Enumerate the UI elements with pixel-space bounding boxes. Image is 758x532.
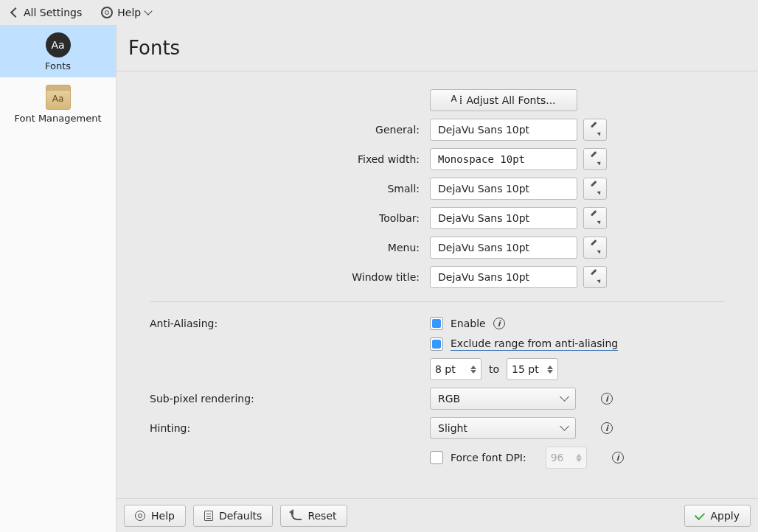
force-font-dpi-label: Force font DPI: bbox=[451, 452, 526, 463]
toolbar-font-field[interactable]: DejaVu Sans 10pt bbox=[430, 207, 577, 229]
exclude-range-label: Exclude range from anti-aliasing bbox=[451, 337, 618, 351]
pencil-icon bbox=[590, 154, 600, 164]
fonts-icon: Aa bbox=[46, 32, 71, 57]
window-title-font-edit-button[interactable] bbox=[583, 266, 607, 288]
all-settings-back-button[interactable]: All Settings bbox=[7, 4, 86, 21]
apply-label: Apply bbox=[710, 510, 740, 522]
hinting-combobox[interactable]: Slight bbox=[430, 417, 576, 439]
exclude-range-from-value: 8 pt bbox=[435, 363, 456, 375]
toolbar-label: Toolbar: bbox=[150, 212, 424, 224]
font-package-icon: Aa bbox=[46, 85, 71, 110]
exclude-range-from-spinbox[interactable]: 8 pt bbox=[430, 358, 481, 380]
exclude-range-checkbox[interactable] bbox=[430, 337, 443, 351]
reset-button[interactable]: Reset bbox=[280, 505, 347, 527]
range-to-label: to bbox=[489, 363, 499, 375]
small-font-field[interactable]: DejaVu Sans 10pt bbox=[430, 178, 577, 200]
info-icon[interactable]: i bbox=[601, 393, 613, 405]
chevron-down-icon bbox=[561, 393, 568, 405]
footer: Help Defaults Reset Apply bbox=[117, 498, 758, 532]
document-icon bbox=[204, 511, 213, 521]
force-font-dpi-checkbox[interactable] bbox=[430, 451, 443, 464]
spinbox-controls bbox=[576, 454, 582, 462]
apply-button[interactable]: Apply bbox=[684, 505, 751, 527]
fixed-width-label: Fixed width: bbox=[150, 153, 424, 165]
adjust-fonts-icon bbox=[451, 95, 462, 105]
page-title: Fonts bbox=[117, 25, 758, 71]
general-font-field[interactable]: DejaVu Sans 10pt bbox=[430, 119, 577, 141]
sidebar-item-font-management[interactable]: Aa Font Management bbox=[0, 77, 116, 130]
pencil-icon bbox=[590, 125, 600, 135]
window-title-label: Window title: bbox=[150, 271, 424, 283]
undo-icon bbox=[291, 511, 302, 520]
exclude-range-to-value: 15 pt bbox=[512, 363, 539, 375]
topbar: All Settings Help bbox=[0, 0, 758, 25]
subpixel-rendering-combobox[interactable]: RGB bbox=[430, 388, 576, 410]
pencil-icon bbox=[590, 272, 600, 282]
info-icon[interactable]: i bbox=[601, 422, 613, 434]
pencil-icon bbox=[590, 183, 600, 194]
defaults-label: Defaults bbox=[219, 510, 262, 522]
small-label: Small: bbox=[150, 183, 424, 195]
lifebuoy-icon bbox=[101, 7, 113, 18]
main: Fonts Adjust All Fonts... General: DejaV… bbox=[117, 25, 758, 532]
force-font-dpi-value: 96 bbox=[551, 452, 564, 463]
adjust-all-fonts-button[interactable]: Adjust All Fonts... bbox=[430, 89, 577, 111]
menu-font-field[interactable]: DejaVu Sans 10pt bbox=[430, 237, 577, 259]
menu-label: Menu: bbox=[150, 242, 424, 253]
menu-font-edit-button[interactable] bbox=[583, 237, 607, 259]
all-settings-label: All Settings bbox=[24, 7, 82, 18]
spinbox-controls[interactable] bbox=[547, 365, 553, 374]
subpixel-value: RGB bbox=[438, 393, 460, 405]
adjust-all-fonts-label: Adjust All Fonts... bbox=[466, 94, 555, 106]
sidebar-item-fonts[interactable]: Aa Fonts bbox=[0, 25, 116, 77]
fixed-width-font-field[interactable]: Monospace 10pt bbox=[430, 148, 577, 170]
chevron-left-icon bbox=[12, 7, 19, 18]
checkmark-icon bbox=[695, 510, 704, 522]
general-label: General: bbox=[150, 124, 424, 136]
help-label: Help bbox=[117, 7, 141, 18]
exclude-range-to-spinbox[interactable]: 15 pt bbox=[507, 358, 558, 380]
anti-aliasing-label: Anti-Aliasing: bbox=[150, 318, 424, 329]
help-menu[interactable]: Help bbox=[97, 4, 156, 21]
divider bbox=[150, 301, 725, 302]
toolbar-font-edit-button[interactable] bbox=[583, 207, 607, 229]
reset-label: Reset bbox=[307, 510, 336, 522]
hinting-value: Slight bbox=[438, 422, 467, 434]
hinting-label: Hinting: bbox=[150, 422, 424, 434]
sidebar: Aa Fonts Aa Font Management bbox=[0, 25, 117, 532]
spinbox-controls[interactable] bbox=[470, 365, 476, 374]
sidebar-item-label: Font Management bbox=[14, 113, 101, 124]
footer-help-label: Help bbox=[151, 510, 175, 522]
enable-label: Enable bbox=[451, 318, 486, 329]
window-title-font-field[interactable]: DejaVu Sans 10pt bbox=[430, 266, 577, 288]
defaults-button[interactable]: Defaults bbox=[193, 505, 273, 527]
anti-aliasing-enable-checkbox[interactable] bbox=[430, 317, 443, 330]
sidebar-item-label: Fonts bbox=[45, 60, 71, 71]
lifebuoy-icon bbox=[135, 511, 145, 521]
fixed-width-font-edit-button[interactable] bbox=[583, 148, 607, 170]
general-font-edit-button[interactable] bbox=[583, 119, 607, 141]
info-icon[interactable]: i bbox=[612, 452, 624, 463]
footer-help-button[interactable]: Help bbox=[124, 505, 186, 527]
chevron-down-icon bbox=[145, 7, 151, 18]
chevron-down-icon bbox=[561, 422, 568, 434]
force-font-dpi-spinbox: 96 bbox=[546, 447, 587, 469]
small-font-edit-button[interactable] bbox=[583, 178, 607, 200]
pencil-icon bbox=[590, 242, 600, 253]
pencil-icon bbox=[590, 213, 600, 223]
info-icon[interactable]: i bbox=[493, 318, 505, 329]
subpixel-label: Sub-pixel rendering: bbox=[150, 393, 424, 405]
